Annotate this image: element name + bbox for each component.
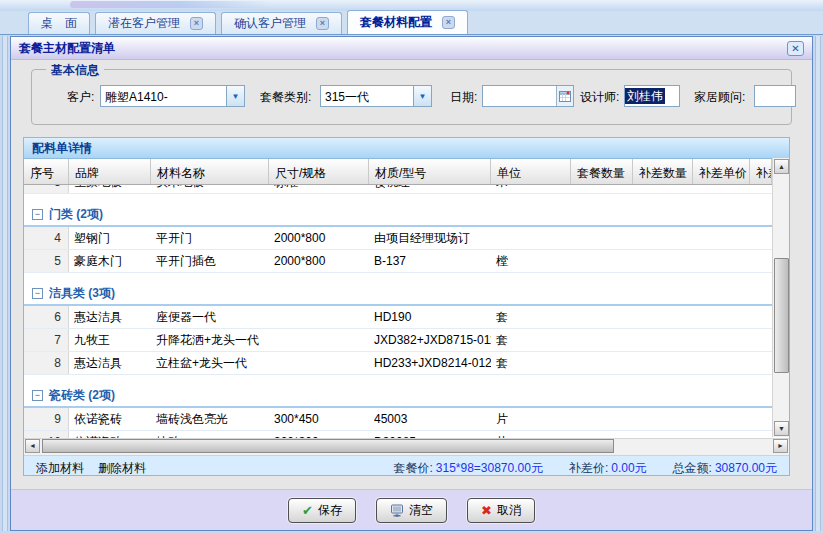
group-header[interactable]: −洁具类 (3项) [24, 282, 772, 306]
cell-unit: 樘 [491, 253, 571, 270]
scroll-right-icon[interactable]: ► [773, 439, 788, 453]
save-button-label: 保存 [318, 502, 342, 519]
designer-input[interactable]: 刘桂伟 [624, 85, 680, 107]
column-header-1[interactable]: 品牌 [69, 159, 151, 184]
cell-size: 标准 [269, 185, 369, 191]
cell-brand: 惠达洁具 [69, 309, 151, 326]
cell-unit: 片 [491, 411, 571, 428]
scroll-left-icon[interactable]: ◄ [25, 439, 40, 453]
customer-combobox[interactable]: 雕塑A1410- ▼ [100, 85, 245, 107]
tab-2[interactable]: 确认客户管理× [221, 12, 342, 34]
consultant-input[interactable] [754, 85, 796, 107]
grid-footer-bar: 添加材料 删除材料 套餐价:315*98=30870.00元 补差价:0.00元… [24, 455, 789, 476]
group-label: 瓷砖类 (2项) [49, 387, 115, 404]
tab-close-icon[interactable]: × [190, 17, 203, 30]
basic-info-groupbox: 基本信息 客户: 雕塑A1410- ▼ 套餐类别: 315一代 ▼ 日期: [31, 69, 792, 125]
table-row[interactable]: 7九牧王升降花洒+龙头一代JXD382+JXD8715-011套 [24, 329, 772, 352]
column-header-8[interactable]: 补差单价 [693, 159, 750, 184]
tab-3[interactable]: 套餐材料配置× [347, 10, 468, 34]
date-value [483, 86, 556, 106]
cell-model: 樱桃红 [369, 185, 491, 191]
cell-no: 7 [24, 329, 69, 351]
group-header[interactable]: −瓷砖类 (2项) [24, 384, 772, 408]
package-type-value: 315一代 [321, 86, 413, 106]
package-material-dialog: 套餐主材配置清单 ✕ 基本信息 客户: 雕塑A1410- ▼ 套餐类别: 315… [10, 36, 813, 531]
package-price: 套餐价:315*98=30870.00元 [393, 460, 542, 477]
page-right-edge [815, 36, 821, 531]
tab-label: 套餐材料配置 [360, 14, 432, 31]
collapse-icon[interactable]: − [32, 209, 43, 220]
cell-brand: 圣象地板 [69, 185, 151, 191]
diff-price-value: 0.00元 [611, 461, 646, 475]
vertical-scrollbar[interactable]: ▲ ▼ [772, 158, 789, 437]
cell-model: B-137 [369, 254, 491, 268]
column-header-7[interactable]: 补差数量 [633, 159, 693, 184]
column-header-2[interactable]: 材料名称 [151, 159, 269, 184]
delete-material-link[interactable]: 删除材料 [98, 460, 146, 477]
cell-model: HD190 [369, 310, 491, 324]
tab-close-icon[interactable]: × [442, 16, 455, 29]
customer-value: 雕塑A1410- [101, 86, 226, 106]
table-row[interactable]: 8惠达洁具立柱盆+龙头一代HD233+JXD8214-012套 [24, 352, 772, 375]
package-type-combobox[interactable]: 315一代 ▼ [320, 85, 432, 107]
cell-brand: 惠达洁具 [69, 355, 151, 372]
add-material-link[interactable]: 添加材料 [36, 460, 84, 477]
diff-price-label: 补差价: [569, 461, 608, 475]
collapse-icon[interactable]: − [32, 390, 43, 401]
cancel-button[interactable]: ✖ 取消 [467, 498, 535, 523]
chevron-down-icon[interactable]: ▼ [226, 86, 244, 106]
scroll-up-icon[interactable]: ▲ [774, 159, 789, 174]
horizontal-scrollbar[interactable]: ◄ ► [24, 438, 789, 455]
cell-brand: 依诺瓷砖 [69, 411, 151, 428]
table-row[interactable]: 4塑钢门平开门2000*800由项目经理现场订 [24, 227, 772, 250]
table-row[interactable]: 5豪庭木门平开门插色2000*800B-137樘 [24, 250, 772, 273]
check-icon: ✔ [302, 504, 313, 517]
save-button[interactable]: ✔ 保存 [288, 498, 356, 523]
cell-no: 4 [24, 227, 69, 249]
consultant-value [755, 86, 795, 106]
tab-bar: 桌 面潜在客户管理×确认客户管理×套餐材料配置× [0, 11, 823, 35]
scroll-down-icon[interactable]: ▼ [774, 421, 789, 436]
table-row[interactable]: 9依诺瓷砖墙砖浅色亮光300*45045003片 [24, 408, 772, 431]
clear-icon [390, 504, 404, 517]
table-row[interactable]: 6惠达洁具座便器一代HD190套 [24, 306, 772, 329]
designer-label: 设计师: [580, 89, 619, 106]
package-type-label: 套餐类别: [260, 89, 311, 106]
chevron-down-icon[interactable]: ▼ [413, 86, 431, 106]
collapse-icon[interactable]: − [32, 288, 43, 299]
cell-model: 由项目经理现场订 [369, 230, 491, 247]
tab-close-icon[interactable]: × [316, 17, 329, 30]
horizontal-scroll-thumb[interactable] [42, 439, 614, 453]
cell-name: 平开门插色 [151, 253, 269, 270]
date-input[interactable] [482, 85, 574, 107]
cell-name: 平开门 [151, 230, 269, 247]
clear-button[interactable]: 清空 [376, 498, 447, 523]
column-header-5[interactable]: 单位 [491, 159, 571, 184]
dialog-close-icon[interactable]: ✕ [787, 41, 804, 56]
cell-size: 2000*800 [269, 254, 369, 268]
column-header-9[interactable]: 补差金额 [750, 159, 772, 184]
calendar-icon[interactable] [556, 86, 573, 106]
clear-button-label: 清空 [409, 502, 433, 519]
dialog-footer: ✔ 保存 清空 ✖ 取消 [11, 489, 812, 530]
group-header[interactable]: −门类 (2项) [24, 203, 772, 227]
column-header-6[interactable]: 套餐数量 [571, 159, 633, 184]
cell-unit: 米 [491, 185, 571, 191]
column-header-4[interactable]: 材质/型号 [369, 159, 491, 184]
page-left-edge [2, 36, 8, 531]
vertical-scroll-thumb[interactable] [774, 258, 789, 373]
column-header-0[interactable]: 序号 [24, 159, 69, 184]
customer-label: 客户: [67, 89, 94, 106]
material-grid-panel: 配料单详情 序号品牌材料名称尺寸/规格材质/型号单位套餐数量补差数量补差单价补差… [23, 137, 790, 476]
column-header-3[interactable]: 尺寸/规格 [269, 159, 369, 184]
cell-name: 实木地板 [151, 185, 269, 191]
grid-section-title: 配料单详情 [32, 140, 92, 157]
cell-no: 3 [24, 185, 69, 193]
tab-1[interactable]: 潜在客户管理× [95, 12, 216, 34]
package-price-label: 套餐价: [393, 461, 432, 475]
cell-unit: 套 [491, 355, 571, 372]
tab-0[interactable]: 桌 面 [28, 12, 90, 34]
tab-label: 桌 面 [41, 15, 77, 32]
table-row[interactable]: 3圣象地板实木地板标准樱桃红米 [24, 185, 772, 194]
table-row[interactable]: 10依诺瓷砖地砖300*300D30085片 [24, 431, 772, 438]
